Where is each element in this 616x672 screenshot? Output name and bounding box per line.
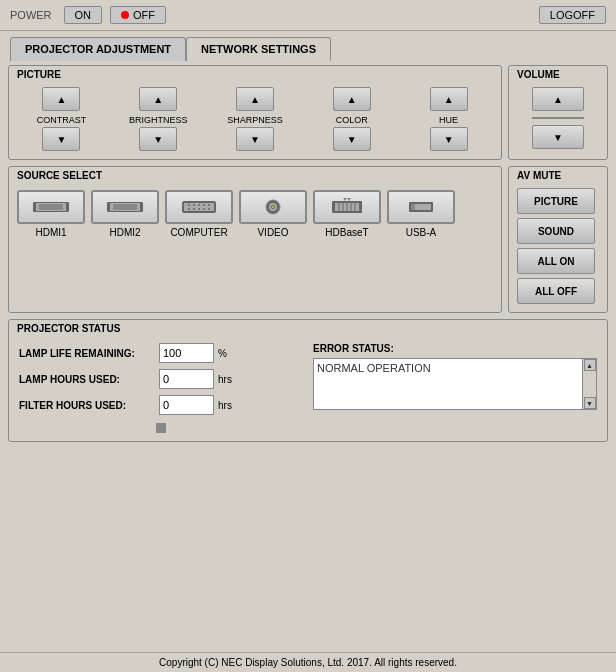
svg-point-12 xyxy=(208,204,210,206)
source-video[interactable]: VIDEO xyxy=(239,190,307,238)
brightness-down-button[interactable]: ▼ xyxy=(139,127,177,151)
av-all-on-button[interactable]: ALL ON xyxy=(517,248,595,274)
scroll-up-arrow[interactable]: ▲ xyxy=(584,359,596,371)
sharpness-label: SHARPNESS xyxy=(227,115,283,125)
svg-point-15 xyxy=(198,208,200,210)
usba-label: USB-A xyxy=(406,227,437,238)
power-off-button[interactable]: OFF xyxy=(110,6,166,24)
source-panel: SOURCE SELECT HDMI1 xyxy=(8,166,502,313)
svg-point-8 xyxy=(188,204,190,206)
logoff-button[interactable]: LOGOFF xyxy=(539,6,606,24)
source-title: SOURCE SELECT xyxy=(9,167,501,184)
status-panel: PROJECTOR STATUS LAMP LIFE REMAINING: % … xyxy=(8,319,608,442)
scroll-thumb xyxy=(156,423,166,433)
lamp-hours-input[interactable] xyxy=(159,369,214,389)
filter-hours-row: FILTER HOURS USED: hrs xyxy=(19,395,303,415)
hue-control: ▲ HUE ▼ xyxy=(402,87,495,151)
volume-down-button[interactable]: ▼ xyxy=(532,125,584,149)
svg-point-11 xyxy=(203,204,205,206)
source-usba[interactable]: USB-A xyxy=(387,190,455,238)
source-hdmi1[interactable]: HDMI1 xyxy=(17,190,85,238)
lamp-life-label: LAMP LIFE REMAINING: xyxy=(19,348,159,359)
top-bar: POWER ON OFF LOGOFF xyxy=(0,0,616,31)
hdmi1-icon xyxy=(17,190,85,224)
av-sound-button[interactable]: SOUND xyxy=(517,218,595,244)
contrast-up-button[interactable]: ▲ xyxy=(42,87,80,111)
error-value: NORMAL OPERATION xyxy=(317,362,431,374)
hue-down-button[interactable]: ▼ xyxy=(430,127,468,151)
lamp-life-unit: % xyxy=(218,348,227,359)
filter-hours-unit: hrs xyxy=(218,400,232,411)
power-on-button[interactable]: ON xyxy=(64,6,103,24)
filter-hours-input[interactable] xyxy=(159,395,214,415)
picture-controls: ▲ CONTRAST ▼ ▲ BRIGHTNESS ▼ ▲ SHARPNESS … xyxy=(9,83,501,159)
brightness-up-button[interactable]: ▲ xyxy=(139,87,177,111)
status-right: ERROR STATUS: NORMAL OPERATION ▲ ▼ xyxy=(313,343,597,435)
svg-rect-33 xyxy=(411,204,415,210)
source-computer[interactable]: COMPUTER xyxy=(165,190,233,238)
footer-text: Copyright (C) NEC Display Solutions, Ltd… xyxy=(159,657,457,668)
status-title: PROJECTOR STATUS xyxy=(9,320,607,337)
hdbaset-icon xyxy=(313,190,381,224)
svg-point-10 xyxy=(198,204,200,206)
status-left: LAMP LIFE REMAINING: % LAMP HOURS USED: … xyxy=(19,343,303,435)
main-content: PICTURE ▲ CONTRAST ▼ ▲ BRIGHTNESS ▼ ▲ SH… xyxy=(0,61,616,446)
error-scrollbar: ▲ ▼ xyxy=(582,359,596,409)
lamp-life-row: LAMP LIFE REMAINING: % xyxy=(19,343,303,363)
computer-label: COMPUTER xyxy=(170,227,227,238)
source-grid: HDMI1 HDMI2 xyxy=(9,184,501,248)
color-down-button[interactable]: ▼ xyxy=(333,127,371,151)
svg-point-21 xyxy=(272,206,274,208)
sharpness-up-button[interactable]: ▲ xyxy=(236,87,274,111)
error-label: ERROR STATUS: xyxy=(313,343,597,354)
tabs: PROJECTOR ADJUSTMENT NETWORK SETTINGS xyxy=(0,31,616,61)
av-mute-panel: AV MUTE PICTURE SOUND ALL ON ALL OFF xyxy=(508,166,608,313)
error-box: NORMAL OPERATION ▲ ▼ xyxy=(313,358,597,410)
contrast-label: CONTRAST xyxy=(37,115,87,125)
lamp-life-input[interactable] xyxy=(159,343,214,363)
scroll-indicator xyxy=(19,421,303,435)
video-label: VIDEO xyxy=(257,227,288,238)
red-dot-icon xyxy=(121,11,129,19)
usba-icon xyxy=(387,190,455,224)
hdmi1-label: HDMI1 xyxy=(35,227,66,238)
status-content: LAMP LIFE REMAINING: % LAMP HOURS USED: … xyxy=(9,337,607,441)
av-picture-button[interactable]: PICTURE xyxy=(517,188,595,214)
svg-rect-5 xyxy=(113,204,137,210)
volume-slider xyxy=(532,117,584,119)
hdmi2-label: HDMI2 xyxy=(109,227,140,238)
hue-label: HUE xyxy=(439,115,458,125)
color-control: ▲ COLOR ▼ xyxy=(305,87,398,151)
source-hdmi2[interactable]: HDMI2 xyxy=(91,190,159,238)
hdmi2-icon xyxy=(91,190,159,224)
tab-projector-adjustment[interactable]: PROJECTOR ADJUSTMENT xyxy=(10,37,186,61)
av-all-off-button[interactable]: ALL OFF xyxy=(517,278,595,304)
lamp-hours-label: LAMP HOURS USED: xyxy=(19,374,159,385)
source-hdbaset[interactable]: HDBaseT xyxy=(313,190,381,238)
brightness-label: BRIGHTNESS xyxy=(129,115,188,125)
volume-panel: VOLUME ▲ ▼ xyxy=(508,65,608,160)
volume-title: VOLUME xyxy=(509,66,607,83)
volume-up-button[interactable]: ▲ xyxy=(532,87,584,111)
svg-point-17 xyxy=(208,208,210,210)
svg-point-16 xyxy=(203,208,205,210)
sharpness-down-button[interactable]: ▼ xyxy=(236,127,274,151)
picture-panel: PICTURE ▲ CONTRAST ▼ ▲ BRIGHTNESS ▼ ▲ SH… xyxy=(8,65,502,160)
hdbaset-label: HDBaseT xyxy=(325,227,368,238)
color-up-button[interactable]: ▲ xyxy=(333,87,371,111)
scroll-down-arrow[interactable]: ▼ xyxy=(584,397,596,409)
middle-row: SOURCE SELECT HDMI1 xyxy=(8,166,608,313)
svg-point-14 xyxy=(193,208,195,210)
sharpness-control: ▲ SHARPNESS ▼ xyxy=(209,87,302,151)
lamp-hours-unit: hrs xyxy=(218,374,232,385)
svg-marker-30 xyxy=(347,198,351,201)
hue-up-button[interactable]: ▲ xyxy=(430,87,468,111)
top-row: PICTURE ▲ CONTRAST ▼ ▲ BRIGHTNESS ▼ ▲ SH… xyxy=(8,65,608,160)
contrast-down-button[interactable]: ▼ xyxy=(42,127,80,151)
contrast-control: ▲ CONTRAST ▼ xyxy=(15,87,108,151)
brightness-control: ▲ BRIGHTNESS ▼ xyxy=(112,87,205,151)
tab-network-settings[interactable]: NETWORK SETTINGS xyxy=(186,37,331,61)
svg-rect-2 xyxy=(39,204,63,210)
lamp-hours-row: LAMP HOURS USED: hrs xyxy=(19,369,303,389)
picture-title: PICTURE xyxy=(9,66,501,83)
